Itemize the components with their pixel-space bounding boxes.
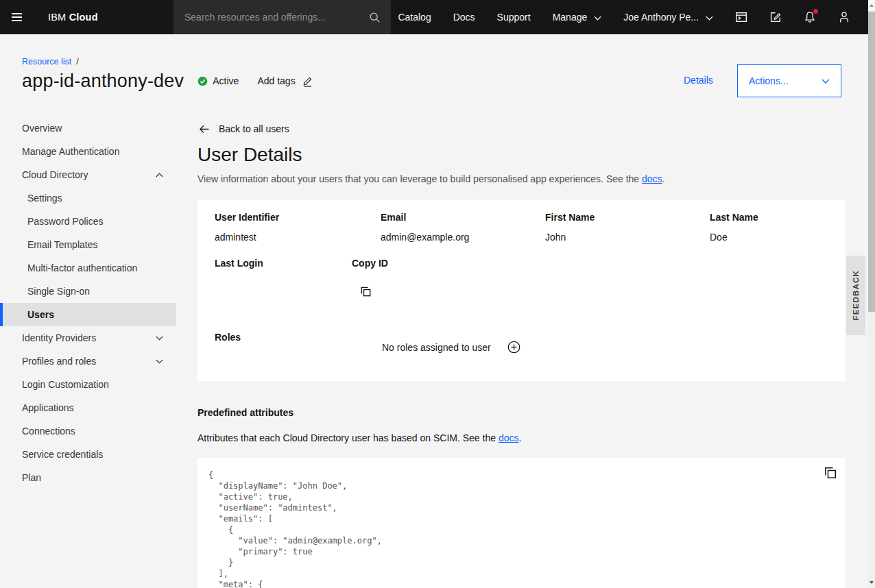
notification-badge-dot xyxy=(813,9,818,14)
sidebar-item-service-credentials[interactable]: Service credentials xyxy=(0,443,176,466)
sidebar-item-label: Users xyxy=(27,309,54,320)
copy-id-label: Copy ID xyxy=(352,258,388,269)
header-nav: Catalog Docs Support Manage Joe Anthony … xyxy=(387,0,861,34)
sidebar-item-label: Identity Providers xyxy=(22,332,96,343)
sidebar-item-profiles-and-roles[interactable]: Profiles and roles xyxy=(0,350,176,373)
sidebar-item-manage-authentication[interactable]: Manage Authentication xyxy=(0,140,176,163)
user-details-title: User Details xyxy=(197,144,302,166)
sidebar-item-applications[interactable]: Applications xyxy=(0,396,176,419)
status-badge: Active xyxy=(197,75,239,86)
brand-cloud: Cloud xyxy=(69,12,98,23)
cloud-shell-icon[interactable] xyxy=(724,0,758,34)
field-value: admin@example.org xyxy=(381,232,538,243)
sidebar-item-settings[interactable]: Settings xyxy=(0,186,176,210)
ibm-cloud-logo[interactable]: IBM Cloud xyxy=(48,12,98,23)
nav-catalog[interactable]: Catalog xyxy=(387,0,442,34)
field-label: User Identifier xyxy=(215,212,372,223)
sidebar-item-email-templates[interactable]: Email Templates xyxy=(0,233,176,256)
sidebar-item-users[interactable]: Users xyxy=(0,303,176,326)
chevron-down-icon xyxy=(156,359,163,364)
sidebar-item-password-polices[interactable]: Password Polices xyxy=(0,210,176,233)
account-name-label: Joe Anthony Pe... xyxy=(623,12,699,23)
sidebar-item-login-customization[interactable]: Login Customization xyxy=(0,373,176,396)
field-value: John xyxy=(545,232,703,243)
copy-icon xyxy=(824,466,837,480)
field-last-name: Last Name Doe xyxy=(710,212,867,243)
page-title: app-id-anthony-dev xyxy=(22,71,184,92)
sidebar-item-single-sign-on[interactable]: Single Sign-on xyxy=(0,280,176,303)
breadcrumb-separator: / xyxy=(76,57,78,66)
app-id-service-page: IBM Cloud Catalog Docs Support Manage Jo… xyxy=(0,0,875,588)
sidebar-item-label: Manage Authentication xyxy=(22,146,119,157)
chevron-down-icon xyxy=(706,16,713,21)
field-first-name: First Name John xyxy=(545,212,703,243)
add-role-button[interactable] xyxy=(507,341,520,356)
copy-icon xyxy=(360,286,372,297)
predefined-attributes-title: Predefined attributes xyxy=(197,407,293,418)
page-scrollbar[interactable] xyxy=(868,0,875,588)
predefined-attributes-description: Attributes that each Cloud Directory use… xyxy=(197,432,521,443)
scim-attributes-code-block: { "displayName": "John Doe", "active": t… xyxy=(197,458,845,588)
sidebar-item-label: Single Sign-on xyxy=(27,286,90,297)
nav-manage-label: Manage xyxy=(553,12,588,23)
check-circle-icon xyxy=(197,76,208,86)
scrollbar-thumb[interactable] xyxy=(868,12,875,312)
field-email: Email admin@example.org xyxy=(381,212,538,243)
sidebar-item-label: Email Templates xyxy=(27,239,97,250)
feedback-tab[interactable]: FEEDBACK xyxy=(846,256,865,335)
search-input[interactable] xyxy=(173,0,358,34)
search-icon[interactable] xyxy=(358,0,391,34)
sidebar-item-label: Applications xyxy=(22,402,74,413)
sidebar-item-label: Password Polices xyxy=(27,216,104,227)
copy-code-button[interactable] xyxy=(824,466,837,482)
header-search xyxy=(173,0,391,34)
roles-label: Roles xyxy=(215,332,241,343)
back-to-all-users-link[interactable]: Back to all users xyxy=(199,123,289,134)
add-circle-icon xyxy=(507,341,520,354)
sidebar-item-plan[interactable]: Plan xyxy=(0,466,176,489)
scrollbar-down-arrow[interactable] xyxy=(868,577,875,588)
copy-id-button[interactable] xyxy=(360,286,372,300)
notifications-bell-icon[interactable] xyxy=(793,0,827,34)
description-text: Attributes that each Cloud Directory use… xyxy=(197,432,499,443)
compose-edit-icon[interactable] xyxy=(758,0,793,34)
sidebar-item-connections[interactable]: Connections xyxy=(0,419,176,443)
account-dropdown[interactable]: Joe Anthony Pe... xyxy=(612,0,724,34)
page-title-row: app-id-anthony-dev Active Add tags xyxy=(22,68,313,94)
nav-manage-dropdown[interactable]: Manage xyxy=(542,0,613,34)
sidebar-item-label: Service credentials xyxy=(22,449,103,460)
docs-link[interactable]: docs xyxy=(642,173,662,184)
sidebar-item-cloud-directory[interactable]: Cloud Directory xyxy=(0,163,176,186)
nav-docs[interactable]: Docs xyxy=(442,0,486,34)
actions-dropdown-button[interactable]: Actions... xyxy=(737,64,841,97)
sidebar-item-multi-factor-authentication[interactable]: Multi-factor authentication xyxy=(0,256,176,280)
last-login-label: Last Login xyxy=(215,258,263,269)
sidebar-item-label: Connections xyxy=(22,426,75,437)
roles-empty-text: No roles assigned to user xyxy=(382,342,491,353)
breadcrumb-resource-list-link[interactable]: Resource list xyxy=(22,57,71,66)
actions-label: Actions... xyxy=(749,75,789,86)
user-avatar-icon[interactable] xyxy=(827,0,861,34)
field-label: Email xyxy=(381,212,538,223)
field-label: First Name xyxy=(545,212,703,223)
sidebar-item-label: Settings xyxy=(27,193,62,204)
back-link-label: Back to all users xyxy=(219,123,289,134)
sidebar-item-label: Cloud Directory xyxy=(22,169,88,180)
sidebar-item-overview[interactable]: Overview xyxy=(0,117,176,140)
details-link[interactable]: Details xyxy=(684,75,713,86)
user-info-card: User Identifier admintest Email admin@ex… xyxy=(197,200,845,381)
docs-link[interactable]: docs xyxy=(499,432,519,443)
sidebar-navigation: Overview Manage Authentication Cloud Dir… xyxy=(0,117,176,489)
sidebar-item-identity-providers[interactable]: Identity Providers xyxy=(0,326,176,350)
scim-json-code: { "displayName": "John Doe", "active": t… xyxy=(197,458,845,588)
scrollbar-up-arrow[interactable] xyxy=(868,0,875,11)
description-text: View information about your users that y… xyxy=(197,173,642,184)
nav-support[interactable]: Support xyxy=(486,0,542,34)
sidebar-item-label: Login Customization xyxy=(22,379,109,390)
hamburger-menu-icon[interactable] xyxy=(0,0,33,34)
chevron-down-icon xyxy=(594,16,601,21)
add-tags-button[interactable]: Add tags xyxy=(257,75,313,87)
top-header-bar: IBM Cloud Catalog Docs Support Manage Jo… xyxy=(0,0,868,34)
brand-ibm: IBM xyxy=(48,12,66,23)
breadcrumb: Resource list / xyxy=(22,57,79,66)
